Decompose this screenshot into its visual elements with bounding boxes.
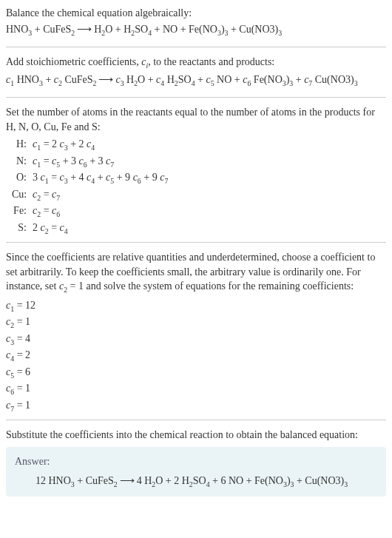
text: Add stoichiometric coefficients, <box>6 56 141 67</box>
coef-row: c6 = 1 <box>6 381 386 397</box>
eq-text: Cu(NO3) <box>312 74 354 85</box>
t: + 9 <box>141 172 160 183</box>
coef-row: c5 = 6 <box>6 365 386 381</box>
atom-label: H: <box>12 137 33 153</box>
arrow-icon: ⟶ <box>96 73 115 87</box>
eq-text: HNO <box>6 24 28 35</box>
eq-text: SO <box>178 74 192 85</box>
t: = <box>41 189 52 200</box>
t: = <box>49 172 60 183</box>
section-balance-intro: Balance the chemical equation algebraica… <box>6 6 386 38</box>
atom-eq: c1 = 2 c3 + 2 c4 <box>33 137 386 153</box>
eq-text: O + <box>138 74 156 85</box>
eq-text: H <box>124 74 135 85</box>
eq-text: CuFeS <box>62 74 93 85</box>
t: + 2 <box>68 138 87 149</box>
answer-label: Answer: <box>15 454 377 469</box>
t: + 9 <box>114 172 132 183</box>
eq-sub: 3 <box>344 480 348 488</box>
eq-text: + <box>195 74 206 85</box>
eq-text: + Cu(NO3) <box>228 24 278 35</box>
t: = <box>41 155 52 167</box>
coef-row: c1 = 12 <box>6 298 386 315</box>
divider <box>6 47 386 47</box>
balanced-equation: 12 HNO3 + CuFeS2 ⟶ 4 H2O + 2 H2SO4 + 6 N… <box>15 474 377 490</box>
coef-equation: c1 HNO3 + c2 CuFeS2 ⟶ c3 H2O + c4 H2SO4 … <box>6 73 386 89</box>
s: 4 <box>91 144 95 152</box>
section-solve: Since the coefficients are relative quan… <box>6 250 386 414</box>
eq-text: 4 H <box>137 475 152 486</box>
t: + 3 <box>60 155 78 167</box>
atom-label: O: <box>12 170 33 186</box>
atom-label: Cu: <box>12 187 33 204</box>
eq-text: H <box>164 74 175 85</box>
t: = 2 <box>41 138 59 149</box>
coefficient-list: c1 = 12 c2 = 1 c3 = 4 c4 = 2 c5 = 6 c6 =… <box>6 298 386 414</box>
eq-text: + <box>43 74 54 85</box>
section-atom-balance: Set the number of atoms in the reactants… <box>6 105 386 236</box>
t: 2 <box>33 222 41 233</box>
atom-row-n: N: c1 = c5 + 3 c6 + 3 c7 <box>12 154 386 170</box>
atom-row-h: H: c1 = 2 c3 + 2 c4 <box>12 137 386 153</box>
intro-text: Since the coefficients are relative quan… <box>6 250 386 295</box>
v: = 4 <box>14 333 30 344</box>
eq-text: NO + <box>214 74 243 85</box>
eq-text: + <box>293 74 304 85</box>
t: + <box>95 172 106 183</box>
section-answer: Substitute the coefficients into the che… <box>6 428 386 497</box>
eq-text: + CuFeS <box>32 24 71 35</box>
atom-eq: 3 c1 = c3 + 4 c4 + c5 + 9 c6 + 9 c7 <box>33 170 386 186</box>
s: 7 <box>164 177 168 185</box>
eq-text: + NO + Fe(NO <box>152 24 217 35</box>
atom-eq: c2 = c6 <box>33 204 386 220</box>
divider <box>6 420 386 420</box>
eq-text: SO <box>193 475 206 486</box>
text: = 1 and solve the system of equations fo… <box>67 280 354 292</box>
eq-text: 12 HNO <box>36 475 71 486</box>
coef-row: c3 = 4 <box>6 332 386 348</box>
intro-text: Substitute the coefficients into the che… <box>6 428 386 443</box>
coef-row: c2 = 1 <box>6 315 386 331</box>
section-stoichiometric: Add stoichiometric coefficients, ci, to … <box>6 55 386 88</box>
eq-text: + CuFeS <box>75 475 114 486</box>
eq-text: HNO <box>14 74 39 85</box>
t: 3 <box>33 172 41 183</box>
atom-row-s: S: 2 c2 = c4 <box>12 221 386 237</box>
s: 6 <box>56 210 60 218</box>
atom-eq: c2 = c7 <box>33 187 386 204</box>
text: , to the reactants and products: <box>148 56 274 67</box>
atom-eq: 2 c2 = c4 <box>33 221 386 237</box>
atom-row-cu: Cu: c2 = c7 <box>12 187 386 204</box>
atom-row-fe: Fe: c2 = c6 <box>12 204 386 220</box>
atom-eq: c1 = c5 + 3 c6 + 3 c7 <box>33 154 386 170</box>
coef-row: c4 = 2 <box>6 348 386 364</box>
t: = <box>49 222 60 233</box>
atom-label: N: <box>12 154 33 170</box>
v: = 12 <box>14 300 36 311</box>
s: 7 <box>110 161 114 169</box>
unbalanced-equation: HNO3 + CuFeS2 ⟶ H2O + H2SO4 + NO + Fe(NO… <box>6 22 386 38</box>
eq-text: + 6 NO + Fe(NO <box>210 475 283 486</box>
arrow-icon: ⟶ <box>75 22 94 37</box>
intro-text: Add stoichiometric coefficients, ci, to … <box>6 55 386 71</box>
v: = 6 <box>14 366 30 377</box>
eq-text: SO <box>135 24 148 35</box>
atom-row-o: O: 3 c1 = c3 + 4 c4 + c5 + 9 c6 + 9 c7 <box>12 170 386 186</box>
divider <box>6 242 386 243</box>
v: = 1 <box>14 400 30 411</box>
intro-text: Balance the chemical equation algebraica… <box>6 6 386 21</box>
t: + 3 <box>87 155 106 167</box>
intro-text: Set the number of atoms in the reactants… <box>6 105 386 134</box>
coef-row: c7 = 1 <box>6 398 386 414</box>
eq-sub: 3 <box>278 28 282 36</box>
atom-label: S: <box>12 221 33 237</box>
eq-sub: 3 <box>354 78 358 87</box>
arrow-icon: ⟶ <box>118 474 137 488</box>
v: = 1 <box>14 316 30 327</box>
s: 4 <box>64 227 68 235</box>
v: = 2 <box>14 349 30 360</box>
eq-text: + Cu(NO3) <box>294 475 344 486</box>
divider <box>6 97 386 98</box>
eq-text: O + H <box>105 24 131 35</box>
eq-text: Fe(NO <box>251 74 282 85</box>
